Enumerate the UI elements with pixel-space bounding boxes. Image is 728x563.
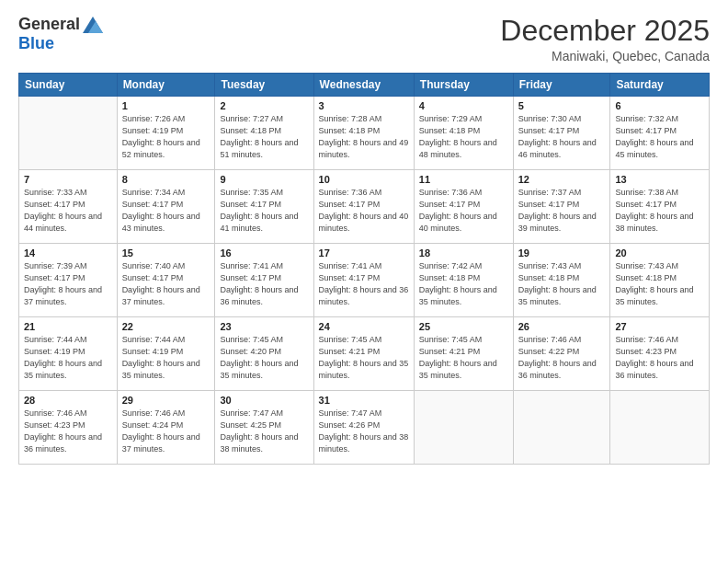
day-number: 8 (122, 174, 210, 185)
day-info: Sunrise: 7:47 AMSunset: 4:26 PMDaylight:… (319, 408, 409, 455)
day-number: 28 (24, 395, 112, 406)
day-number: 6 (615, 100, 704, 111)
day-number: 1 (122, 100, 210, 111)
logo: General Blue (18, 15, 103, 53)
calendar-week-1: 1Sunrise: 7:26 AMSunset: 4:19 PMDaylight… (19, 97, 710, 170)
day-number: 22 (122, 321, 210, 332)
table-row: 30Sunrise: 7:47 AMSunset: 4:25 PMDayligh… (215, 391, 313, 465)
calendar-table: Sunday Monday Tuesday Wednesday Thursday… (18, 73, 710, 465)
day-number: 18 (419, 247, 508, 259)
calendar-week-3: 14Sunrise: 7:39 AMSunset: 4:17 PMDayligh… (19, 244, 710, 317)
table-row: 8Sunrise: 7:34 AMSunset: 4:17 PMDaylight… (117, 170, 215, 244)
table-row: 29Sunrise: 7:46 AMSunset: 4:24 PMDayligh… (117, 391, 215, 465)
location: Maniwaki, Quebec, Canada (500, 49, 710, 63)
day-info: Sunrise: 7:46 AMSunset: 4:23 PMDaylight:… (24, 408, 112, 455)
day-info: Sunrise: 7:32 AMSunset: 4:17 PMDaylight:… (615, 113, 704, 161)
table-row: 21Sunrise: 7:44 AMSunset: 4:19 PMDayligh… (19, 317, 118, 391)
table-row: 1Sunrise: 7:26 AMSunset: 4:19 PMDaylight… (117, 97, 215, 170)
day-info: Sunrise: 7:46 AMSunset: 4:24 PMDaylight:… (122, 408, 210, 455)
table-row: 5Sunrise: 7:30 AMSunset: 4:17 PMDaylight… (513, 97, 610, 170)
day-info: Sunrise: 7:42 AMSunset: 4:18 PMDaylight:… (419, 260, 508, 308)
table-row: 12Sunrise: 7:37 AMSunset: 4:17 PMDayligh… (513, 170, 610, 244)
table-row: 3Sunrise: 7:28 AMSunset: 4:18 PMDaylight… (313, 97, 414, 170)
day-number: 23 (220, 321, 308, 332)
day-number: 27 (615, 321, 704, 332)
day-info: Sunrise: 7:47 AMSunset: 4:25 PMDaylight:… (220, 408, 308, 455)
table-row: 18Sunrise: 7:42 AMSunset: 4:18 PMDayligh… (414, 244, 513, 317)
table-row: 24Sunrise: 7:45 AMSunset: 4:21 PMDayligh… (313, 317, 414, 391)
day-number: 24 (319, 321, 409, 332)
day-number: 7 (24, 174, 112, 185)
day-info: Sunrise: 7:45 AMSunset: 4:20 PMDaylight:… (220, 334, 308, 382)
day-info: Sunrise: 7:39 AMSunset: 4:17 PMDaylight:… (24, 260, 112, 308)
calendar-week-2: 7Sunrise: 7:33 AMSunset: 4:17 PMDaylight… (19, 170, 710, 244)
calendar-header-row: Sunday Monday Tuesday Wednesday Thursday… (19, 74, 710, 97)
table-row: 7Sunrise: 7:33 AMSunset: 4:17 PMDaylight… (19, 170, 118, 244)
day-number: 12 (518, 174, 606, 185)
col-wednesday: Wednesday (313, 74, 414, 97)
day-info: Sunrise: 7:28 AMSunset: 4:18 PMDaylight:… (319, 113, 409, 161)
day-info: Sunrise: 7:33 AMSunset: 4:17 PMDaylight:… (24, 187, 112, 235)
day-number: 15 (122, 247, 210, 259)
calendar-week-4: 21Sunrise: 7:44 AMSunset: 4:19 PMDayligh… (19, 317, 710, 391)
day-info: Sunrise: 7:35 AMSunset: 4:17 PMDaylight:… (220, 187, 308, 235)
logo-general: General (18, 15, 80, 34)
table-row (610, 391, 710, 465)
col-monday: Monday (117, 74, 215, 97)
day-number: 21 (24, 321, 112, 332)
day-info: Sunrise: 7:43 AMSunset: 4:18 PMDaylight:… (518, 260, 606, 308)
day-info: Sunrise: 7:30 AMSunset: 4:17 PMDaylight:… (518, 113, 606, 161)
day-info: Sunrise: 7:43 AMSunset: 4:18 PMDaylight:… (615, 260, 704, 308)
table-row: 19Sunrise: 7:43 AMSunset: 4:18 PMDayligh… (513, 244, 610, 317)
col-tuesday: Tuesday (215, 74, 313, 97)
day-info: Sunrise: 7:36 AMSunset: 4:17 PMDaylight:… (319, 187, 409, 235)
day-number: 10 (319, 174, 409, 185)
day-info: Sunrise: 7:46 AMSunset: 4:22 PMDaylight:… (518, 334, 606, 382)
day-info: Sunrise: 7:45 AMSunset: 4:21 PMDaylight:… (319, 334, 409, 382)
logo-icon (83, 17, 103, 33)
table-row: 26Sunrise: 7:46 AMSunset: 4:22 PMDayligh… (513, 317, 610, 391)
day-info: Sunrise: 7:40 AMSunset: 4:17 PMDaylight:… (122, 260, 210, 308)
table-row: 2Sunrise: 7:27 AMSunset: 4:18 PMDaylight… (215, 97, 313, 170)
table-row: 16Sunrise: 7:41 AMSunset: 4:17 PMDayligh… (215, 244, 313, 317)
day-number: 31 (319, 395, 409, 406)
day-number: 29 (122, 395, 210, 406)
table-row: 11Sunrise: 7:36 AMSunset: 4:17 PMDayligh… (414, 170, 513, 244)
day-info: Sunrise: 7:44 AMSunset: 4:19 PMDaylight:… (24, 334, 112, 382)
day-number: 13 (615, 174, 704, 185)
table-row (513, 391, 610, 465)
table-row: 14Sunrise: 7:39 AMSunset: 4:17 PMDayligh… (19, 244, 118, 317)
month-title: December 2025 (500, 15, 710, 47)
table-row: 6Sunrise: 7:32 AMSunset: 4:17 PMDaylight… (610, 97, 710, 170)
calendar-week-5: 28Sunrise: 7:46 AMSunset: 4:23 PMDayligh… (19, 391, 710, 465)
day-info: Sunrise: 7:37 AMSunset: 4:17 PMDaylight:… (518, 187, 606, 235)
day-number: 11 (419, 174, 508, 185)
day-number: 2 (220, 100, 308, 111)
day-number: 26 (518, 321, 606, 332)
day-info: Sunrise: 7:41 AMSunset: 4:17 PMDaylight:… (319, 260, 409, 308)
day-info: Sunrise: 7:46 AMSunset: 4:23 PMDaylight:… (615, 334, 704, 382)
day-info: Sunrise: 7:34 AMSunset: 4:17 PMDaylight:… (122, 187, 210, 235)
col-saturday: Saturday (610, 74, 710, 97)
table-row: 22Sunrise: 7:44 AMSunset: 4:19 PMDayligh… (117, 317, 215, 391)
day-info: Sunrise: 7:27 AMSunset: 4:18 PMDaylight:… (220, 113, 308, 161)
col-thursday: Thursday (414, 74, 513, 97)
day-info: Sunrise: 7:38 AMSunset: 4:17 PMDaylight:… (615, 187, 704, 235)
day-info: Sunrise: 7:36 AMSunset: 4:17 PMDaylight:… (419, 187, 508, 235)
table-row: 31Sunrise: 7:47 AMSunset: 4:26 PMDayligh… (313, 391, 414, 465)
day-info: Sunrise: 7:44 AMSunset: 4:19 PMDaylight:… (122, 334, 210, 382)
table-row: 4Sunrise: 7:29 AMSunset: 4:18 PMDaylight… (414, 97, 513, 170)
table-row: 15Sunrise: 7:40 AMSunset: 4:17 PMDayligh… (117, 244, 215, 317)
table-row: 20Sunrise: 7:43 AMSunset: 4:18 PMDayligh… (610, 244, 710, 317)
table-row: 23Sunrise: 7:45 AMSunset: 4:20 PMDayligh… (215, 317, 313, 391)
table-row: 13Sunrise: 7:38 AMSunset: 4:17 PMDayligh… (610, 170, 710, 244)
day-number: 3 (319, 100, 409, 111)
day-number: 5 (518, 100, 606, 111)
table-row: 27Sunrise: 7:46 AMSunset: 4:23 PMDayligh… (610, 317, 710, 391)
table-row: 25Sunrise: 7:45 AMSunset: 4:21 PMDayligh… (414, 317, 513, 391)
day-number: 16 (220, 247, 308, 259)
title-section: December 2025 Maniwaki, Quebec, Canada (500, 15, 710, 63)
day-number: 4 (419, 100, 508, 111)
col-friday: Friday (513, 74, 610, 97)
table-row (414, 391, 513, 465)
